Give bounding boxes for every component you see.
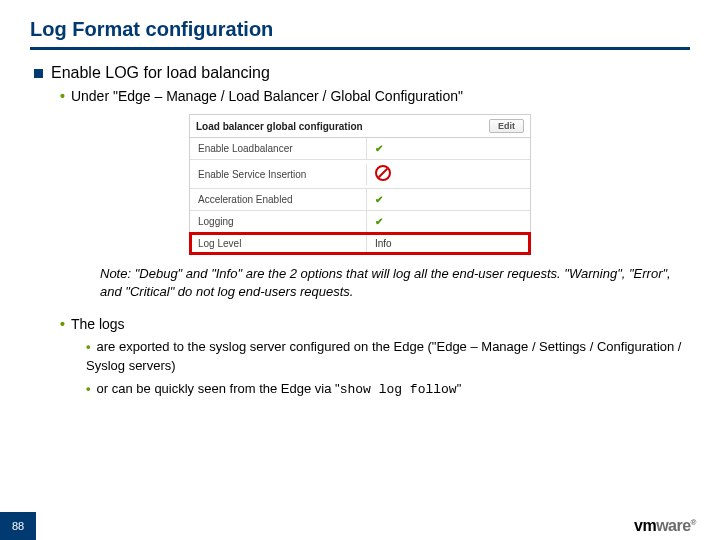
disabled-icon	[375, 165, 391, 181]
check-icon: ✔	[375, 194, 383, 205]
config-value: ✔	[367, 211, 530, 232]
logs-bullet-2: •or can be quickly seen from the Edge vi…	[86, 380, 690, 400]
config-label: Enable Service Insertion	[190, 164, 367, 185]
path-line: •Under "Edge – Manage / Load Balancer / …	[60, 88, 690, 104]
page-number: 88	[0, 512, 36, 540]
check-icon: ✔	[375, 216, 383, 227]
square-bullet-icon	[34, 69, 43, 78]
path-text: Under "Edge – Manage / Load Balancer / G…	[71, 88, 463, 104]
logs-intro: •The logs	[60, 316, 690, 332]
config-label: Log Level	[190, 233, 367, 254]
logs-b1-text: are exported to the syslog server config…	[86, 339, 681, 373]
edit-button[interactable]: Edit	[489, 119, 524, 133]
title-rule	[30, 47, 690, 50]
config-label: Acceleration Enabled	[190, 189, 367, 210]
check-icon: ✔	[375, 143, 383, 154]
bullet-icon: •	[60, 88, 65, 104]
vmware-logo: vmware®	[634, 517, 696, 535]
logs-b2-post: "	[457, 381, 462, 396]
config-value: ✔	[367, 189, 530, 210]
config-label: Enable Loadbalancer	[190, 138, 367, 159]
config-header-row: Load balancer global configuration Edit	[190, 115, 530, 138]
config-row: Logging ✔	[190, 211, 530, 233]
logs-bullet-1: •are exported to the syslog server confi…	[86, 338, 690, 376]
bullet-icon: •	[86, 381, 91, 396]
config-value	[367, 160, 530, 188]
config-value: ✔	[367, 138, 530, 159]
config-row: Enable Loadbalancer ✔	[190, 138, 530, 160]
config-header: Load balancer global configuration	[196, 121, 363, 132]
note-text: Note: "Debug" and "Info" are the 2 optio…	[100, 265, 682, 300]
config-screenshot: Load balancer global configuration Edit …	[189, 114, 531, 255]
config-row-loglevel: Log Level Info	[190, 233, 530, 254]
logs-b2-pre: or can be quickly seen from the Edge via…	[97, 381, 340, 396]
config-label: Logging	[190, 211, 367, 232]
section-heading-text: Enable LOG for load balancing	[51, 64, 270, 82]
bullet-icon: •	[86, 339, 91, 354]
bullet-icon: •	[60, 316, 65, 332]
config-row: Enable Service Insertion	[190, 160, 530, 189]
page-title: Log Format configuration	[30, 18, 690, 41]
footer: 88 vmware®	[0, 512, 720, 540]
logs-intro-text: The logs	[71, 316, 125, 332]
config-row: Acceleration Enabled ✔	[190, 189, 530, 211]
section-heading: Enable LOG for load balancing	[34, 64, 690, 82]
logs-b2-cmd: show log follow	[340, 382, 457, 397]
config-value: Info	[367, 233, 530, 254]
